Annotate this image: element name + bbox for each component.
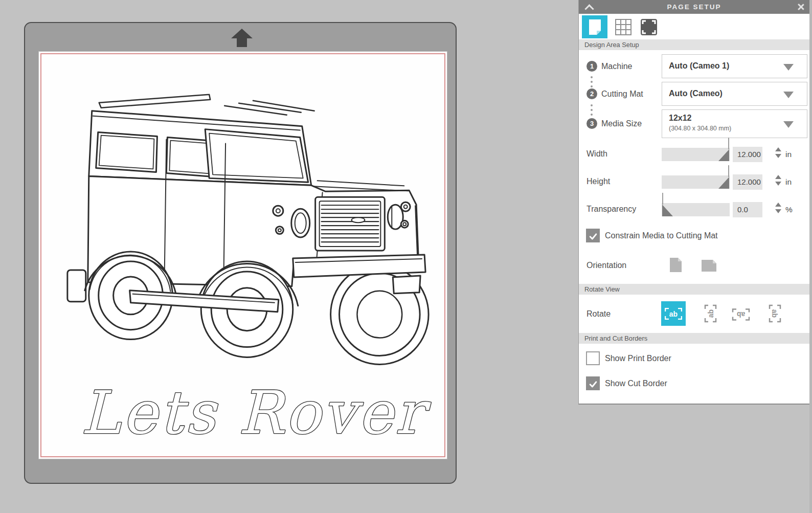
vehicle-line-art: Lets Rover <box>39 52 447 459</box>
scroll-strip[interactable] <box>809 0 812 513</box>
registration-marks-icon <box>640 18 658 36</box>
height-unit: in <box>785 177 792 187</box>
svg-text:ab: ab <box>737 310 745 319</box>
panel-title: PAGE SETUP <box>579 0 809 14</box>
machine-value: Auto (Cameo 1) <box>669 61 729 71</box>
constrain-media-checkbox[interactable] <box>586 229 600 242</box>
media-size-value: 12x12 <box>669 114 692 123</box>
svg-text:ab: ab <box>771 309 779 318</box>
media-size-detail: (304.80 x 304.80 mm) <box>669 125 731 132</box>
design-page[interactable]: Lets Rover <box>38 51 447 459</box>
rotate-90-button[interactable]: ab <box>701 304 719 323</box>
svg-text:ab: ab <box>707 309 715 318</box>
rotate-270-button[interactable]: ab <box>766 304 784 323</box>
orientation-portrait-button[interactable] <box>669 257 683 275</box>
rotate-270-icon: ab <box>766 304 784 323</box>
rotate-0-icon: ab <box>665 308 682 320</box>
step-number-2: 2 <box>587 88 597 99</box>
show-cut-border-label: Show Cut Border <box>605 379 667 388</box>
step-connector <box>591 76 593 90</box>
slider-handle[interactable] <box>718 149 729 161</box>
section-design-area-setup: Design Area Setup <box>579 39 809 50</box>
step-number-3: 3 <box>587 118 597 129</box>
cutting-mat-dropdown[interactable]: Auto (Cameo) <box>662 82 807 106</box>
cutting-mat-value: Auto (Cameo) <box>669 89 723 98</box>
machine-dropdown[interactable]: Auto (Cameo 1) <box>662 54 807 78</box>
machine-label: Machine <box>601 62 632 71</box>
app-window: Lets Rover PAGE SETUP <box>0 0 812 513</box>
rotate-label: Rotate <box>587 309 611 319</box>
show-print-border-checkbox[interactable] <box>586 351 600 365</box>
rotate-0-button[interactable]: ab <box>661 301 686 326</box>
cutting-mat-label: Cutting Mat <box>601 90 643 99</box>
chevron-down-icon <box>783 121 794 128</box>
rotate-90-icon: ab <box>701 304 719 323</box>
media-size-label: Media Size <box>601 119 642 128</box>
width-unit: in <box>785 150 792 159</box>
checkmark-icon <box>588 231 598 241</box>
close-panel-icon[interactable] <box>797 3 804 11</box>
rotate-180-button[interactable]: ab <box>731 307 751 322</box>
transparency-label: Transparency <box>587 205 636 214</box>
height-slider[interactable] <box>662 175 730 189</box>
tab-design-page-settings[interactable] <box>582 15 607 38</box>
media-size-dropdown[interactable]: 12x12 (304.80 x 304.80 mm) <box>662 109 807 138</box>
height-input[interactable]: 12.000 <box>733 174 762 190</box>
svg-text:ab: ab <box>669 310 678 318</box>
slider-handle[interactable] <box>662 205 673 216</box>
page-icon <box>588 19 602 36</box>
section-print-cut-borders: Print and Cut Borders <box>579 333 809 344</box>
height-stepper[interactable] <box>775 175 781 186</box>
step-number-1: 1 <box>587 61 597 72</box>
page-setup-panel: PAGE SETUP Design Area Setup 1 M <box>578 0 809 405</box>
media-load-arrow-icon <box>231 29 253 47</box>
width-label: Width <box>587 149 607 159</box>
checkmark-icon <box>588 379 598 389</box>
grid-icon <box>615 18 632 36</box>
portrait-page-icon <box>669 257 683 273</box>
rotate-180-icon: ab <box>731 307 751 322</box>
section-rotate-view: Rotate View <box>579 284 809 295</box>
transparency-unit: % <box>785 205 793 214</box>
landscape-page-icon <box>701 259 717 273</box>
panel-header: PAGE SETUP <box>579 0 809 14</box>
width-stepper[interactable] <box>775 147 781 158</box>
chevron-down-icon <box>783 64 794 71</box>
height-label: Height <box>587 177 610 186</box>
transparency-stepper[interactable] <box>775 203 781 213</box>
transparency-input[interactable]: 0.0 <box>733 202 762 217</box>
width-input[interactable]: 12.000 <box>733 147 762 162</box>
show-print-border-label: Show Print Border <box>605 354 671 363</box>
tab-registration-marks[interactable] <box>639 15 659 38</box>
chevron-down-icon <box>783 92 794 98</box>
orientation-landscape-button[interactable] <box>701 259 717 275</box>
tab-grid-settings[interactable] <box>614 15 632 38</box>
design-text: Lets Rover <box>81 378 431 447</box>
step-connector <box>591 104 593 118</box>
show-cut-border-checkbox[interactable] <box>586 376 600 390</box>
constrain-media-label: Constrain Media to Cutting Mat <box>605 231 718 240</box>
transparency-slider[interactable] <box>662 203 730 216</box>
width-slider[interactable] <box>662 148 730 161</box>
orientation-label: Orientation <box>587 261 626 270</box>
slider-handle[interactable] <box>718 177 729 189</box>
